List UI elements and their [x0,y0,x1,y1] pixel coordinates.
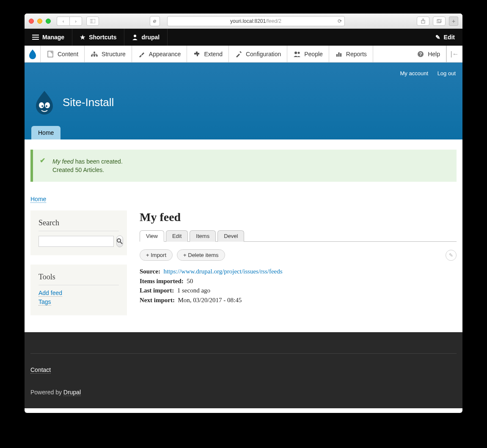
admin-tab-reports[interactable]: Reports [329,46,373,62]
tab-items[interactable]: Items [190,230,216,242]
user-icon [132,34,138,40]
tags-link[interactable]: Tags [39,298,51,306]
admin-tab-extend[interactable]: Extend [187,46,229,62]
my-account-link[interactable]: My account [400,70,428,76]
primary-nav: Home [31,126,456,139]
source-link[interactable]: https://www.drupal.org/project/issues/rs… [163,268,282,275]
sidebar-toggle-button[interactable] [86,16,99,26]
drupal-logo-icon [33,89,56,115]
minimize-icon[interactable] [37,19,42,24]
site-name[interactable]: Site-Install [63,96,114,109]
pencil-icon: ✎ [449,252,453,258]
add-feed-link[interactable]: Add feed [39,290,62,297]
tab-label: Reports [346,51,367,57]
import-button[interactable]: + Import [140,249,173,261]
svg-point-8 [94,52,95,53]
tab-label: Configuration [246,51,281,57]
url-host: youri.local:8201 [230,18,266,24]
admin-menu: Content Structure Appearance Extend Conf… [25,46,462,63]
svg-point-25 [117,239,121,242]
footer-divider [30,353,457,354]
search-button[interactable] [116,235,123,247]
svg-rect-18 [340,53,341,57]
site-settings-button[interactable]: e [150,16,160,26]
status-message: ✔ My feed has been created. Created 50 A… [30,150,457,182]
breadcrumb-home[interactable]: Home [30,196,46,203]
shortcuts-button[interactable]: ★ Shortcuts [72,29,124,46]
items-label: Items imported: [140,278,184,284]
admin-tab-help[interactable]: ? Help [411,46,446,62]
last-import-label: Last import: [140,287,174,294]
hamburger-icon [32,35,39,40]
edit-button[interactable]: ✎ Edit [428,29,462,46]
svg-line-26 [120,242,122,244]
page-content: ✔ My feed has been created. Created 50 A… [25,150,462,332]
reload-icon[interactable]: ⟳ [338,18,342,24]
svg-point-23 [41,105,43,107]
check-icon: ✔ [40,156,45,164]
drupal-link[interactable]: Drupal [63,389,81,396]
svg-point-15 [298,52,300,54]
maximize-icon[interactable] [46,19,51,24]
user-button[interactable]: drupal [124,29,168,46]
user-label: drupal [141,34,160,41]
tab-label: Extend [204,51,223,57]
svg-rect-0 [90,19,95,23]
svg-rect-4 [437,20,440,23]
next-import-value: Mon, 03/20/2017 - 08:45 [178,297,242,303]
nav-tab-home[interactable]: Home [31,126,61,139]
collapse-icon: |← [450,50,459,58]
people-icon [293,50,301,58]
collapse-button[interactable]: |← [446,46,462,62]
user-links: My account Log out [31,70,456,89]
url-bar-wrap: e youri.local:8201/feed/2 ⟳ [99,16,413,26]
new-tab-button[interactable]: + [449,16,458,26]
appearance-icon [138,50,146,58]
search-icon [117,238,123,244]
admin-tab-content[interactable]: Content [41,46,85,62]
tabs-button[interactable] [433,16,446,26]
tools-heading: Tools [39,273,119,285]
admin-tab-appearance[interactable]: Appearance [132,46,187,62]
url-bar[interactable]: e youri.local:8201/feed/2 ⟳ [167,16,345,26]
share-button[interactable] [417,16,429,26]
tab-devel[interactable]: Devel [217,230,244,242]
svg-rect-17 [338,52,339,57]
admin-tab-people[interactable]: People [287,46,329,62]
svg-point-10 [94,55,95,57]
back-button[interactable]: ‹ [57,16,69,26]
drupal-icon [28,49,37,60]
forward-button[interactable]: › [69,16,82,26]
svg-rect-5 [438,19,442,22]
admin-tab-structure[interactable]: Structure [85,46,132,62]
manage-button[interactable]: Manage [25,29,72,46]
contact-link[interactable]: Contact [30,366,51,374]
powered-by: Powered by Drupal [30,389,457,396]
close-icon[interactable] [29,19,34,24]
source-label: Source: [140,268,160,275]
site-header: My account Log out Site-Install Home [25,63,462,139]
drupal-home-link[interactable] [25,46,41,62]
reports-icon [335,50,343,58]
admin-tab-configuration[interactable]: Configuration [229,46,287,62]
contextual-edit-button[interactable]: ✎ [446,250,457,261]
tab-view[interactable]: View [140,230,164,242]
logout-link[interactable]: Log out [437,70,456,76]
sidebar: Search Tools Add feed Tags [30,210,127,315]
traffic-lights [29,19,51,24]
local-tabs: View Edit Items Devel [140,230,457,242]
delete-items-button[interactable]: + Delete items [177,249,225,261]
svg-point-21 [39,102,44,108]
svg-point-22 [45,102,50,108]
drupal-toolbar: Manage ★ Shortcuts drupal ✎ Edit [25,29,462,46]
extend-icon [193,50,201,58]
star-icon: ★ [80,34,85,41]
tab-label: Help [428,51,440,57]
manage-label: Manage [42,34,64,41]
search-input[interactable] [39,236,114,247]
tab-label: Structure [102,51,126,57]
shortcuts-label: Shortcuts [89,34,116,41]
next-import-label: Next import: [140,297,175,303]
message-line-1: My feed has been created. [52,158,448,165]
tab-edit[interactable]: Edit [166,230,188,242]
